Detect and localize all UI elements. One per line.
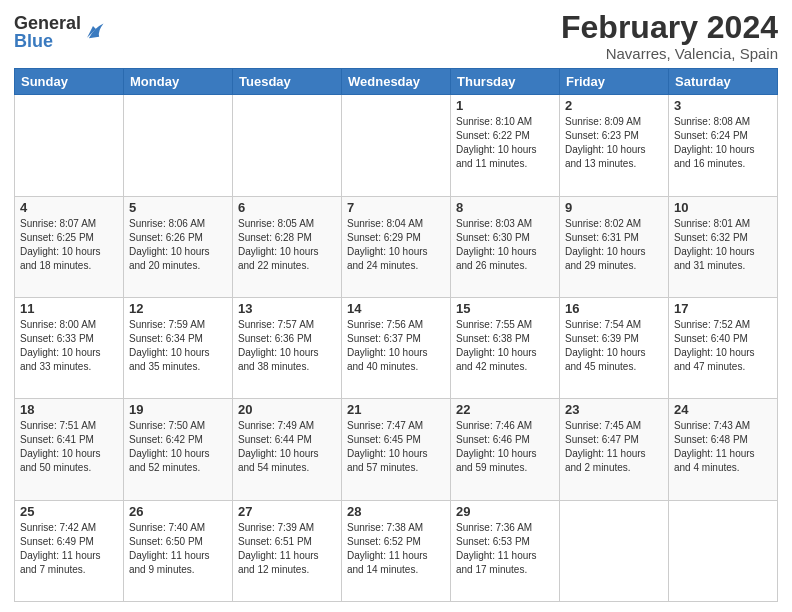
day-number: 23 [565, 402, 663, 417]
calendar-cell [124, 95, 233, 196]
day-number: 22 [456, 402, 554, 417]
day-number: 4 [20, 200, 118, 215]
calendar-cell: 11Sunrise: 8:00 AM Sunset: 6:33 PM Dayli… [15, 297, 124, 398]
calendar-cell: 1Sunrise: 8:10 AM Sunset: 6:22 PM Daylig… [451, 95, 560, 196]
day-number: 14 [347, 301, 445, 316]
calendar-cell: 22Sunrise: 7:46 AM Sunset: 6:46 PM Dayli… [451, 399, 560, 500]
day-number: 5 [129, 200, 227, 215]
calendar-cell: 16Sunrise: 7:54 AM Sunset: 6:39 PM Dayli… [560, 297, 669, 398]
calendar-cell [233, 95, 342, 196]
day-info: Sunrise: 7:46 AM Sunset: 6:46 PM Dayligh… [456, 419, 554, 475]
day-number: 18 [20, 402, 118, 417]
day-info: Sunrise: 7:56 AM Sunset: 6:37 PM Dayligh… [347, 318, 445, 374]
week-row-5: 25Sunrise: 7:42 AM Sunset: 6:49 PM Dayli… [15, 500, 778, 601]
day-info: Sunrise: 7:59 AM Sunset: 6:34 PM Dayligh… [129, 318, 227, 374]
day-info: Sunrise: 8:00 AM Sunset: 6:33 PM Dayligh… [20, 318, 118, 374]
col-friday: Friday [560, 69, 669, 95]
calendar-cell: 25Sunrise: 7:42 AM Sunset: 6:49 PM Dayli… [15, 500, 124, 601]
day-number: 21 [347, 402, 445, 417]
day-info: Sunrise: 7:38 AM Sunset: 6:52 PM Dayligh… [347, 521, 445, 577]
calendar-cell: 7Sunrise: 8:04 AM Sunset: 6:29 PM Daylig… [342, 196, 451, 297]
calendar-cell: 9Sunrise: 8:02 AM Sunset: 6:31 PM Daylig… [560, 196, 669, 297]
calendar-cell: 3Sunrise: 8:08 AM Sunset: 6:24 PM Daylig… [669, 95, 778, 196]
day-number: 13 [238, 301, 336, 316]
day-info: Sunrise: 7:43 AM Sunset: 6:48 PM Dayligh… [674, 419, 772, 475]
col-monday: Monday [124, 69, 233, 95]
calendar-cell: 13Sunrise: 7:57 AM Sunset: 6:36 PM Dayli… [233, 297, 342, 398]
calendar-cell: 6Sunrise: 8:05 AM Sunset: 6:28 PM Daylig… [233, 196, 342, 297]
calendar-cell: 29Sunrise: 7:36 AM Sunset: 6:53 PM Dayli… [451, 500, 560, 601]
calendar-cell [15, 95, 124, 196]
logo: General Blue [14, 14, 105, 50]
day-info: Sunrise: 7:40 AM Sunset: 6:50 PM Dayligh… [129, 521, 227, 577]
calendar-cell: 23Sunrise: 7:45 AM Sunset: 6:47 PM Dayli… [560, 399, 669, 500]
day-number: 2 [565, 98, 663, 113]
day-info: Sunrise: 8:01 AM Sunset: 6:32 PM Dayligh… [674, 217, 772, 273]
day-info: Sunrise: 7:47 AM Sunset: 6:45 PM Dayligh… [347, 419, 445, 475]
calendar-cell: 17Sunrise: 7:52 AM Sunset: 6:40 PM Dayli… [669, 297, 778, 398]
calendar-cell: 4Sunrise: 8:07 AM Sunset: 6:25 PM Daylig… [15, 196, 124, 297]
day-info: Sunrise: 8:02 AM Sunset: 6:31 PM Dayligh… [565, 217, 663, 273]
day-number: 27 [238, 504, 336, 519]
logo-bird-icon [83, 22, 105, 44]
day-info: Sunrise: 7:51 AM Sunset: 6:41 PM Dayligh… [20, 419, 118, 475]
day-info: Sunrise: 7:36 AM Sunset: 6:53 PM Dayligh… [456, 521, 554, 577]
calendar-cell: 14Sunrise: 7:56 AM Sunset: 6:37 PM Dayli… [342, 297, 451, 398]
day-info: Sunrise: 7:49 AM Sunset: 6:44 PM Dayligh… [238, 419, 336, 475]
day-number: 7 [347, 200, 445, 215]
day-info: Sunrise: 8:04 AM Sunset: 6:29 PM Dayligh… [347, 217, 445, 273]
day-info: Sunrise: 7:39 AM Sunset: 6:51 PM Dayligh… [238, 521, 336, 577]
day-number: 8 [456, 200, 554, 215]
calendar-cell [342, 95, 451, 196]
col-saturday: Saturday [669, 69, 778, 95]
calendar-cell: 27Sunrise: 7:39 AM Sunset: 6:51 PM Dayli… [233, 500, 342, 601]
day-number: 16 [565, 301, 663, 316]
calendar-table: Sunday Monday Tuesday Wednesday Thursday… [14, 68, 778, 602]
day-info: Sunrise: 7:52 AM Sunset: 6:40 PM Dayligh… [674, 318, 772, 374]
day-info: Sunrise: 8:06 AM Sunset: 6:26 PM Dayligh… [129, 217, 227, 273]
calendar-cell [560, 500, 669, 601]
day-number: 26 [129, 504, 227, 519]
calendar-cell: 20Sunrise: 7:49 AM Sunset: 6:44 PM Dayli… [233, 399, 342, 500]
col-thursday: Thursday [451, 69, 560, 95]
calendar-cell: 5Sunrise: 8:06 AM Sunset: 6:26 PM Daylig… [124, 196, 233, 297]
day-number: 19 [129, 402, 227, 417]
calendar-cell: 21Sunrise: 7:47 AM Sunset: 6:45 PM Dayli… [342, 399, 451, 500]
day-number: 17 [674, 301, 772, 316]
day-info: Sunrise: 7:54 AM Sunset: 6:39 PM Dayligh… [565, 318, 663, 374]
day-number: 9 [565, 200, 663, 215]
day-number: 28 [347, 504, 445, 519]
day-info: Sunrise: 8:09 AM Sunset: 6:23 PM Dayligh… [565, 115, 663, 171]
week-row-4: 18Sunrise: 7:51 AM Sunset: 6:41 PM Dayli… [15, 399, 778, 500]
calendar-cell: 26Sunrise: 7:40 AM Sunset: 6:50 PM Dayli… [124, 500, 233, 601]
col-tuesday: Tuesday [233, 69, 342, 95]
week-row-3: 11Sunrise: 8:00 AM Sunset: 6:33 PM Dayli… [15, 297, 778, 398]
calendar-cell: 19Sunrise: 7:50 AM Sunset: 6:42 PM Dayli… [124, 399, 233, 500]
day-info: Sunrise: 8:07 AM Sunset: 6:25 PM Dayligh… [20, 217, 118, 273]
calendar-header-row: Sunday Monday Tuesday Wednesday Thursday… [15, 69, 778, 95]
day-number: 20 [238, 402, 336, 417]
calendar-cell: 10Sunrise: 8:01 AM Sunset: 6:32 PM Dayli… [669, 196, 778, 297]
day-info: Sunrise: 7:42 AM Sunset: 6:49 PM Dayligh… [20, 521, 118, 577]
day-number: 6 [238, 200, 336, 215]
title-block: February 2024 Navarres, Valencia, Spain [561, 10, 778, 62]
header: General Blue February 2024 Navarres, Val… [14, 10, 778, 62]
logo-blue: Blue [14, 32, 81, 50]
calendar-cell: 24Sunrise: 7:43 AM Sunset: 6:48 PM Dayli… [669, 399, 778, 500]
calendar-cell [669, 500, 778, 601]
day-number: 29 [456, 504, 554, 519]
col-wednesday: Wednesday [342, 69, 451, 95]
calendar-cell: 15Sunrise: 7:55 AM Sunset: 6:38 PM Dayli… [451, 297, 560, 398]
calendar-cell: 12Sunrise: 7:59 AM Sunset: 6:34 PM Dayli… [124, 297, 233, 398]
subtitle: Navarres, Valencia, Spain [561, 45, 778, 62]
logo-text: General Blue [14, 14, 81, 50]
day-info: Sunrise: 7:45 AM Sunset: 6:47 PM Dayligh… [565, 419, 663, 475]
day-number: 3 [674, 98, 772, 113]
day-number: 24 [674, 402, 772, 417]
day-number: 12 [129, 301, 227, 316]
col-sunday: Sunday [15, 69, 124, 95]
logo-general: General [14, 14, 81, 32]
day-info: Sunrise: 8:03 AM Sunset: 6:30 PM Dayligh… [456, 217, 554, 273]
day-number: 15 [456, 301, 554, 316]
week-row-2: 4Sunrise: 8:07 AM Sunset: 6:25 PM Daylig… [15, 196, 778, 297]
